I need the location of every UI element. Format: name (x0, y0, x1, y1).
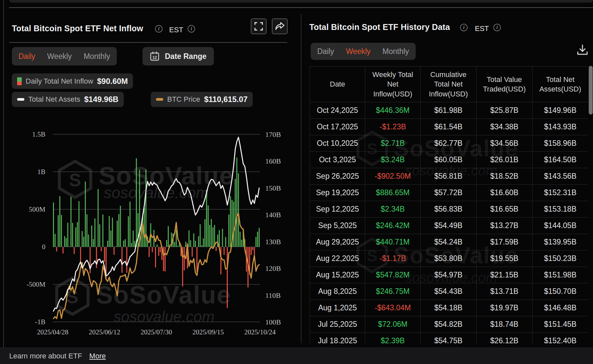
table-scrollbar-thumb[interactable] (589, 66, 593, 115)
daily-inflow-bar (244, 239, 245, 247)
cell-value: $61.54B (421, 119, 477, 135)
cell-value: -$1.17B (365, 250, 421, 267)
svg-text:S: S (69, 170, 81, 190)
table-row: Oct 17,2025-$1.23B$61.54B$34.38B$143.93B (310, 119, 588, 135)
daily-inflow-bar (189, 230, 190, 247)
fullscreen-button[interactable] (251, 18, 267, 34)
daily-inflow-bar (169, 246, 170, 247)
cell-value: $54.24B (421, 234, 477, 250)
table-row: Sep 26,2025-$902.50M$56.81B$18.52B$143.5… (310, 168, 588, 185)
date-range-label: Date Range (165, 52, 207, 61)
left-header-separator (9, 42, 287, 43)
daily-inflow-bar (211, 219, 212, 247)
cell-value: $54.97B (421, 267, 477, 283)
cell-value: $886.65M (365, 185, 421, 201)
daily-inflow-bar (83, 237, 84, 247)
x-axis-tick: 2025/06/12 (89, 328, 120, 336)
legend-total-net-assets[interactable]: Total Net Assets $149.96B (12, 92, 124, 107)
daily-inflow-bar (58, 215, 59, 247)
daily-inflow-bar (235, 179, 236, 247)
daily-inflow-bar (195, 241, 196, 247)
daily-inflow-bar (214, 225, 215, 247)
tab-monthly[interactable]: Monthly (382, 47, 409, 56)
info-icon[interactable]: i (188, 25, 195, 33)
daily-inflow-bar (223, 247, 224, 255)
daily-inflow-bar (82, 231, 83, 247)
cell-value: $150.23B (532, 250, 588, 267)
right-axis-tick: 110B (265, 291, 281, 299)
cell-value: $143.56B (532, 168, 588, 185)
cell-value: $158.96B (532, 135, 588, 152)
daily-inflow-bar (216, 247, 217, 251)
daily-inflow-bar (106, 247, 107, 279)
download-button[interactable] (576, 43, 589, 57)
more-link[interactable]: More (89, 352, 106, 360)
cell-value: $146.48B (532, 300, 588, 316)
cell-value: $54.18B (421, 300, 477, 316)
cell-value: $54.82B (421, 316, 477, 333)
cell-value: -$643.04M (365, 300, 421, 316)
info-icon[interactable]: i (460, 24, 468, 31)
daily-inflow-bar (85, 182, 86, 247)
daily-inflow-bar (125, 239, 126, 247)
daily-inflow-bar (109, 216, 110, 247)
daily-inflow-bar (126, 247, 127, 273)
tab-daily[interactable]: Daily (317, 47, 334, 56)
tab-weekly[interactable]: Weekly (346, 47, 371, 56)
daily-inflow-bar (123, 241, 124, 247)
share-button[interactable] (272, 18, 288, 34)
cell-date: Aug 8,2025 (310, 283, 365, 300)
cell-date: Aug 1,2025 (310, 300, 365, 316)
daily-inflow-bar (64, 236, 65, 247)
tab-weekly[interactable]: Weekly (47, 52, 72, 61)
cell-value: -$902.50M (365, 168, 421, 185)
daily-inflow-bar (136, 158, 137, 247)
tab-daily[interactable]: Daily (18, 52, 35, 61)
est-timezone-label: EST (475, 24, 489, 33)
tab-monthly[interactable]: Monthly (84, 52, 110, 61)
daily-inflow-bar (192, 247, 193, 257)
info-icon[interactable]: i (493, 24, 501, 31)
daily-inflow-bar (158, 247, 159, 256)
calendar-icon: 12 (150, 51, 160, 62)
legend-daily-net-inflow[interactable]: Daily Total Net Inflow $90.60M (12, 73, 133, 89)
info-icon[interactable]: i (155, 25, 163, 33)
daily-inflow-bar (238, 173, 239, 247)
daily-inflow-bar (187, 247, 188, 269)
cell-value: $2.39B (365, 333, 421, 344)
left-axis-tick: 1B (37, 168, 45, 176)
daily-inflow-bar (259, 228, 260, 247)
left-axis-tick: 1.5B (32, 130, 45, 138)
cell-value: $26.01B (477, 152, 532, 168)
col-date: Date (310, 66, 365, 102)
daily-inflow-bar (240, 232, 241, 247)
svg-text:sosovalue.com: sosovalue.com (104, 184, 209, 201)
date-range-button[interactable]: 12 Date Range (142, 47, 214, 65)
cell-date: Sep 12,2025 (310, 201, 365, 218)
cell-date: Aug 22,2025 (310, 250, 365, 267)
legend-value: $149.96B (84, 95, 118, 104)
cell-value: $152.31B (532, 185, 588, 201)
table-row: Aug 1,2025-$643.04M$54.18B$19.97B$146.48… (310, 300, 588, 316)
daily-inflow-bar (139, 169, 140, 247)
daily-inflow-bar (117, 221, 118, 247)
panel-divider (301, 14, 301, 343)
daily-inflow-bar (145, 169, 146, 247)
col-net-assets: Total Net Assets(USD) (532, 66, 588, 102)
legend-btc-price[interactable]: BTC Price $110,615.07 (151, 92, 253, 107)
cell-value: $26.12B (477, 333, 532, 344)
svg-text:S: S (66, 287, 79, 307)
history-table: Date Weekly Total Net Inflow(USD) Cumula… (310, 66, 588, 343)
cell-date: Jul 18,2025 (310, 333, 365, 344)
daily-inflow-bar (141, 224, 142, 247)
daily-inflow-bar (128, 216, 129, 247)
info-glyph: i (463, 25, 465, 30)
daily-inflow-bar (228, 215, 229, 247)
daily-inflow-bar (209, 225, 210, 247)
cell-value: $72.06M (365, 316, 421, 333)
cell-value: $547.82M (365, 267, 421, 283)
svg-text:SoSoValue: SoSoValue (99, 162, 234, 190)
cell-value: $139.95B (532, 234, 588, 250)
sosovalue-logo-icon (59, 161, 90, 197)
share-icon (274, 21, 285, 31)
